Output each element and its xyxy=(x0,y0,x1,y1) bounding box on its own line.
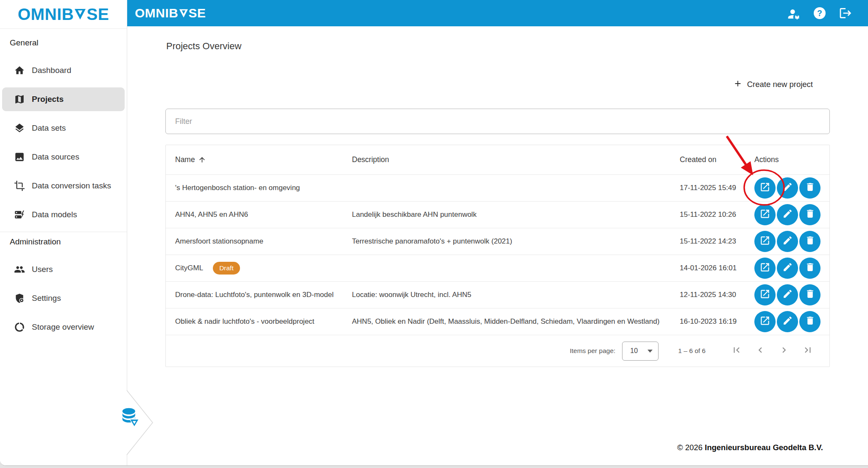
project-name: AHN4, AHN5 en AHN6 xyxy=(175,210,248,219)
logout-icon xyxy=(839,6,852,20)
brand-text-pre: OMNIB xyxy=(18,5,74,24)
open-project-button[interactable] xyxy=(754,311,776,332)
next-page-button[interactable] xyxy=(779,345,790,356)
column-header-actions: Actions xyxy=(754,155,829,164)
delete-project-button[interactable] xyxy=(799,177,821,199)
sidebar-item-projects[interactable]: Projects xyxy=(2,87,125,111)
edit-project-button[interactable] xyxy=(777,177,798,199)
sidebar-section-administration: Administration xyxy=(10,237,127,247)
table-row: Drone-data: Luchtfoto's, puntenwolk en 3… xyxy=(166,281,829,308)
project-name: CityGML xyxy=(175,264,203,272)
project-created-cell: 14-01-2026 16:01 xyxy=(680,264,754,272)
delete-project-button[interactable] xyxy=(799,204,821,225)
help-button[interactable]: ? xyxy=(812,6,827,20)
sidebar-logo-area: OMNIB SE xyxy=(0,0,127,29)
column-header-name[interactable]: Name xyxy=(166,155,352,164)
table-row: 's Hertogenbosch station- en omgeving 17… xyxy=(166,174,829,201)
last-page-icon xyxy=(802,345,813,357)
open-project-button[interactable] xyxy=(754,204,776,225)
layers-icon xyxy=(14,123,25,134)
edit-icon xyxy=(782,289,793,301)
project-name-cell: 's Hertogenbosch station- en omgeving xyxy=(166,184,352,192)
create-new-project-button[interactable]: Create new project xyxy=(733,77,813,92)
edit-icon xyxy=(782,208,793,221)
project-description-cell: Landelijk beschikbare AHN puntenwolk xyxy=(352,210,680,219)
page-title: Projects Overview xyxy=(166,41,241,52)
delete-icon xyxy=(805,235,815,248)
table-row: Obliek & nadir luchtfoto's - voorbeeldpr… xyxy=(166,308,829,335)
app-window: OMNIB SE General Dashboard Projects xyxy=(0,0,868,466)
project-created-cell: 15-11-2022 14:23 xyxy=(680,237,754,246)
delete-project-button[interactable] xyxy=(799,284,821,305)
items-per-page-select[interactable]: 10 xyxy=(622,342,659,361)
first-page-button[interactable] xyxy=(731,345,742,356)
column-header-label: Name xyxy=(175,155,195,164)
edit-icon xyxy=(782,235,793,248)
sidebar-item-data-conversion-tasks[interactable]: Data conversion tasks xyxy=(2,174,125,198)
projects-table: Name Description Created on Actions 's H… xyxy=(165,145,830,367)
sidebar-item-storage-overview[interactable]: Storage overview xyxy=(2,315,125,339)
previous-page-button[interactable] xyxy=(755,345,766,356)
delete-project-button[interactable] xyxy=(799,258,821,279)
edit-project-button[interactable] xyxy=(777,258,798,279)
edit-project-button[interactable] xyxy=(777,311,798,332)
topbar-brand-logo[interactable]: OMNIB SE xyxy=(135,6,206,20)
storage-bolt-icon xyxy=(14,209,25,220)
sidebar-item-label: Data sets xyxy=(32,123,66,133)
footer-copyright: © 2026 Ingenieursbureau Geodelta B.V. xyxy=(677,443,823,452)
sidebar-item-data-models[interactable]: Data models xyxy=(2,203,125,227)
project-name-cell: CityGML Draft xyxy=(166,262,352,275)
topbar-icons: ? xyxy=(787,0,853,26)
sidebar-item-label: Dashboard xyxy=(32,66,71,75)
sidebar-item-label: Projects xyxy=(32,95,64,104)
project-description-cell: Locatie: woonwijk Utrecht, incl. AHN5 xyxy=(352,291,680,299)
last-page-button[interactable] xyxy=(802,345,813,356)
project-actions-cell xyxy=(754,311,829,332)
filter-input[interactable] xyxy=(165,109,830,134)
brand-triangle-icon xyxy=(74,8,86,20)
edit-project-button[interactable] xyxy=(777,231,798,252)
logout-button[interactable] xyxy=(838,6,853,20)
column-header-description[interactable]: Description xyxy=(352,155,680,164)
delete-project-button[interactable] xyxy=(799,231,821,252)
edit-project-button[interactable] xyxy=(777,204,798,225)
sidebar-item-users[interactable]: Users xyxy=(2,258,125,281)
edit-icon xyxy=(782,315,793,328)
map-icon xyxy=(14,94,25,105)
open-project-button[interactable] xyxy=(754,284,776,305)
first-page-icon xyxy=(731,345,742,357)
open-in-new-icon xyxy=(759,289,770,302)
open-project-button[interactable] xyxy=(754,177,776,199)
sidebar-item-settings[interactable]: Settings xyxy=(2,286,125,310)
sidebar-item-dashboard[interactable]: Dashboard xyxy=(2,59,125,82)
sidebar: OMNIB SE General Dashboard Projects xyxy=(0,0,127,465)
project-name-cell: AHN4, AHN5 en AHN6 xyxy=(166,210,352,219)
open-project-button[interactable] xyxy=(754,258,776,279)
pagination-range: 1 – 6 of 6 xyxy=(678,347,706,355)
brand-logo[interactable]: OMNIB SE xyxy=(18,5,109,24)
delete-project-button[interactable] xyxy=(799,311,821,332)
project-name-cell: Obliek & nadir luchtfoto's - voorbeeldpr… xyxy=(166,317,352,326)
sidebar-item-label: Data models xyxy=(32,210,77,219)
table-row: Amersfoort stationsopname Terrestrische … xyxy=(166,228,829,255)
table-row: CityGML Draft 14-01-2026 16:01 xyxy=(166,255,829,281)
project-name: Amersfoort stationsopname xyxy=(175,237,263,246)
project-description-cell: AHN5, Obliek en Nadir (Delft, Maassluis,… xyxy=(352,317,680,326)
previous-page-icon xyxy=(755,345,766,357)
sidebar-item-data-sources[interactable]: Data sources xyxy=(2,145,125,169)
project-actions-cell xyxy=(754,177,829,199)
help-icon: ? xyxy=(813,6,826,20)
edit-project-button[interactable] xyxy=(777,284,798,305)
column-header-created-on[interactable]: Created on xyxy=(680,155,754,164)
chevron-down-icon xyxy=(648,350,653,353)
user-settings-button[interactable] xyxy=(787,6,801,20)
delete-icon xyxy=(805,182,815,194)
open-in-new-icon xyxy=(759,182,770,195)
group-icon xyxy=(14,264,25,275)
items-per-page-value: 10 xyxy=(630,347,638,355)
open-in-new-icon xyxy=(759,235,770,248)
open-project-button[interactable] xyxy=(754,231,776,252)
delete-icon xyxy=(805,208,815,221)
sidebar-item-data-sets[interactable]: Data sets xyxy=(2,116,125,140)
sidebar-edge-decoration xyxy=(101,382,153,466)
